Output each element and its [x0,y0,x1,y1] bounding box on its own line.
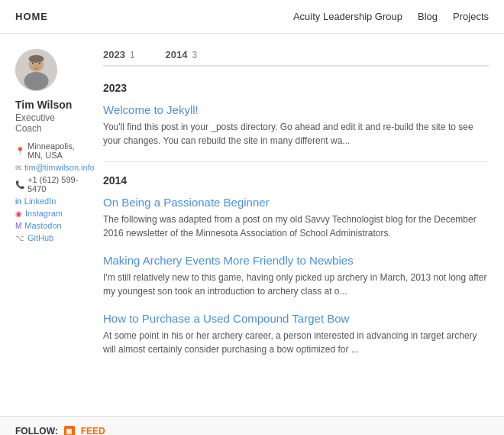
post-passionate-beginner-title[interactable]: On Being a Passionate Beginner [103,196,489,209]
follow-label: FOLLOW: [15,426,58,435]
author-info: 📍 Minneapolis, MN, USA ✉ tim@timwilson.i… [15,141,80,242]
post-welcome-jekyll: Welcome to Jekyll! You'll find this post… [103,103,489,148]
instagram-icon: ◉ [15,209,22,218]
linkedin-icon: in [15,197,21,206]
instagram-link[interactable]: Instagram [25,209,63,218]
section-divider [103,161,489,162]
nav-projects[interactable]: Projects [453,11,489,22]
post-archery-newbies-title[interactable]: Making Archery Events More Friendly to N… [103,254,489,267]
post-passionate-beginner: On Being a Passionate Beginner The follo… [103,196,489,240]
nav-blog[interactable]: Blog [418,11,438,22]
year-tab-2023-count: 1 [130,50,135,60]
github-item: ⌥ GitHub [15,233,80,242]
nav-acuity[interactable]: Acuity Leadership Group [293,11,402,22]
year-tabs: 2023 1 2014 3 [103,49,489,67]
email-icon: ✉ [15,164,21,172]
year-tab-2014-count: 3 [192,50,198,60]
github-icon: ⌥ [15,234,24,242]
main-nav: Acuity Leadership Group Blog Projects [293,11,489,22]
phone-item: 📞 +1 (612) 599-5470 [15,175,80,193]
svg-point-6 [36,65,37,67]
year-tab-2023[interactable]: 2023 1 [103,49,135,60]
section-2014: 2014 On Being a Passionate Beginner The … [103,174,489,356]
section-year-2023: 2023 [103,82,489,94]
svg-point-2 [24,72,49,90]
instagram-item: ◉ Instagram [15,209,80,218]
github-link[interactable]: GitHub [27,233,53,242]
phone-text: +1 (612) 599-5470 [27,175,80,193]
site-logo[interactable]: HOME [15,11,48,22]
post-archery-newbies-excerpt: I'm still relatively new to this game, h… [103,271,489,298]
phone-icon: 📞 [15,180,24,189]
mastodon-item: M Mastodon [15,221,80,230]
section-year-2014: 2014 [103,174,489,187]
linkedin-item: in LinkedIn [15,196,80,206]
linkedin-link[interactable]: LinkedIn [24,196,57,206]
svg-point-3 [29,55,44,63]
section-2023: 2023 Welcome to Jekyll! You'll find this… [103,82,489,148]
location-item: 📍 Minneapolis, MN, USA [15,141,80,160]
post-compound-bow: How to Purchase a Used Compound Target B… [103,312,489,356]
location-text: Minneapolis, MN, USA [27,141,80,160]
email-item: ✉ tim@timwilson.info [15,163,80,172]
author-name: Tim Wilson [15,99,80,111]
sidebar: Tim Wilson Executive Coach 📍 Minneapolis… [15,49,80,370]
year-tab-2023-label: 2023 [103,49,125,60]
feed-link[interactable]: FEED [81,426,105,435]
mastodon-link[interactable]: Mastodon [24,221,61,230]
svg-point-4 [32,63,34,64]
svg-point-5 [39,63,40,64]
location-icon: 📍 [15,147,24,155]
email-link[interactable]: tim@timwilson.info [24,163,95,172]
header: HOME Acuity Leadership Group Blog Projec… [0,0,504,34]
mastodon-icon: M [15,222,21,230]
main-content: 2023 1 2014 3 2023 Welcome to Jekyll! Yo… [103,49,489,370]
avatar [15,49,57,91]
post-archery-newbies: Making Archery Events More Friendly to N… [103,254,489,298]
post-passionate-beginner-excerpt: The following was adapted from a post on… [103,213,489,240]
post-compound-bow-excerpt: At some point in his or her archery care… [103,329,489,356]
post-welcome-jekyll-excerpt: You'll find this post in your _posts dir… [103,120,489,148]
post-welcome-jekyll-title[interactable]: Welcome to Jekyll! [103,103,489,116]
footer-follow: FOLLOW: ▣ FEED [15,426,489,435]
year-tab-2014-label: 2014 [166,49,188,60]
footer: FOLLOW: ▣ FEED © 2023 Tim Wilson. Powere… [0,416,504,435]
page-layout: Tim Wilson Executive Coach 📍 Minneapolis… [0,34,504,385]
rss-icon: ▣ [64,426,75,435]
year-tab-2014[interactable]: 2014 3 [166,49,198,60]
author-title: Executive Coach [15,112,80,134]
post-compound-bow-title[interactable]: How to Purchase a Used Compound Target B… [103,312,489,325]
